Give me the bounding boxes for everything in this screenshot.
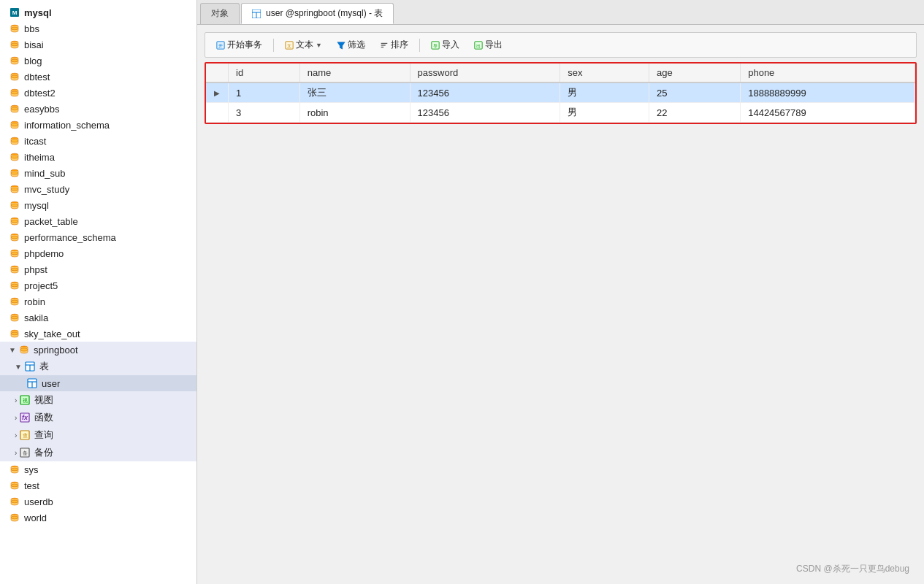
cell-id[interactable]: 3	[229, 103, 300, 123]
svg-point-15	[11, 123, 18, 126]
sidebar-item-test[interactable]: test	[0, 477, 196, 493]
table-group-icon	[24, 361, 36, 372]
sidebar-item-project5[interactable]: project5	[0, 277, 196, 293]
db-label: userdb	[24, 496, 53, 507]
col-header-password[interactable]: password	[410, 64, 560, 82]
sidebar-item-sys[interactable]: sys	[0, 461, 196, 477]
springboot-label: springboot	[34, 345, 78, 356]
sidebar-item-world[interactable]: world	[0, 510, 196, 526]
db-icon-springboot	[18, 344, 30, 356]
cell-id[interactable]: 1	[229, 82, 300, 103]
sidebar-item-sakila[interactable]: sakila	[0, 310, 196, 326]
col-header-phone[interactable]: phone	[741, 64, 915, 82]
svg-point-25	[11, 204, 18, 207]
expand-arrow-functions: ›	[15, 414, 17, 422]
col-header-id[interactable]: id	[229, 64, 300, 82]
cell-phone[interactable]: 14424567789	[741, 103, 915, 123]
cell-sex[interactable]: 男	[560, 82, 649, 103]
sort-btn[interactable]: 排序	[375, 36, 413, 53]
queries-group-label: 查询	[34, 429, 53, 442]
cell-phone[interactable]: 18888889999	[741, 82, 915, 103]
sidebar-item-userdb[interactable]: userdb	[0, 493, 196, 510]
cell-name[interactable]: 张三	[299, 82, 410, 103]
col-header-name[interactable]: name	[299, 64, 410, 82]
sidebar-item-mvc_study[interactable]: mvc_study	[0, 181, 196, 197]
sidebar-item-phpst[interactable]: phpst	[0, 261, 196, 277]
views-icon: 视	[19, 394, 31, 406]
filter-btn[interactable]: 筛选	[332, 36, 370, 53]
cell-age[interactable]: 25	[649, 82, 741, 103]
text-dropdown-arrow[interactable]: ▼	[316, 42, 322, 49]
sidebar-item-springboot[interactable]: ▼ springboot	[0, 342, 196, 358]
db-icon	[9, 496, 20, 507]
table-row[interactable]: 3robin123456男2214424567789	[206, 103, 915, 123]
db-icon	[9, 55, 20, 66]
sidebar-item-robin[interactable]: robin	[0, 293, 196, 310]
sidebar-item-information_schema[interactable]: information_schema	[0, 117, 196, 133]
db-icon	[9, 215, 20, 227]
db-icon	[9, 264, 20, 275]
db-label: mvc_study	[24, 184, 69, 195]
svg-text:M: M	[12, 9, 18, 16]
sidebar-item-tables-group[interactable]: ▼ 表	[0, 358, 196, 375]
db-label: dbtest2	[24, 88, 56, 99]
user-table-icon	[26, 377, 38, 389]
col-header-sex[interactable]: sex	[560, 64, 649, 82]
sidebar-item-itheima[interactable]: itheima	[0, 149, 196, 165]
import-btn[interactable]: 导 导入	[426, 36, 465, 53]
col-header-age[interactable]: age	[649, 64, 741, 82]
sidebar-item-dbtest2[interactable]: dbtest2	[0, 85, 196, 101]
cell-password[interactable]: 123456	[410, 82, 560, 103]
db-icon	[9, 464, 20, 475]
sidebar-item-itcast[interactable]: itcast	[0, 133, 196, 149]
tab-object[interactable]: 对象	[200, 3, 240, 24]
svg-text:文: 文	[287, 42, 291, 47]
start-transaction-btn[interactable]: 开 开始事务	[211, 36, 267, 53]
sidebar-item-phpdemo[interactable]: phpdemo	[0, 245, 196, 261]
cell-sex[interactable]: 男	[560, 103, 649, 123]
sidebar-item-easybbs[interactable]: easybbs	[0, 101, 196, 117]
cell-password[interactable]: 123456	[410, 103, 560, 123]
svg-point-19	[11, 155, 18, 158]
export-btn[interactable]: 出 导出	[469, 36, 508, 53]
sidebar-item-queries-group[interactable]: › 查 查询	[0, 426, 196, 444]
cell-age[interactable]: 22	[649, 103, 741, 123]
sidebar-item-blog[interactable]: blog	[0, 53, 196, 69]
db-icon	[9, 328, 20, 339]
sidebar-item-packet_table[interactable]: packet_table	[0, 213, 196, 229]
db-icon	[9, 199, 20, 211]
sidebar-item-dbtest[interactable]: dbtest	[0, 69, 196, 85]
functions-group-label: 函数	[34, 411, 53, 424]
db-label: itcast	[24, 136, 46, 147]
cell-name[interactable]: robin	[299, 103, 410, 123]
tab-bar: 对象 user @springboot (mysql) - 表	[197, 0, 924, 25]
filter-label: 筛选	[348, 39, 365, 51]
sidebar-item-backups-group[interactable]: › 备 备份	[0, 444, 196, 461]
sidebar-item-bisai[interactable]: bisai	[0, 36, 196, 53]
db-label: itheima	[24, 152, 55, 163]
data-table: idnamepasswordsexagephone ▶1张三123456男251…	[206, 64, 915, 123]
sidebar-item-views-group[interactable]: › 视 视图	[0, 391, 196, 409]
db-icon	[9, 231, 20, 243]
db-label: test	[24, 480, 39, 491]
sidebar-item-performance_schema[interactable]: performance_schema	[0, 229, 196, 245]
tab-user-table[interactable]: user @springboot (mysql) - 表	[241, 3, 394, 24]
text-btn[interactable]: 文 文本 ▼	[280, 36, 327, 53]
svg-marker-73	[337, 42, 345, 48]
sidebar-item-sky_take_out[interactable]: sky_take_out	[0, 326, 196, 342]
separator-1	[273, 39, 274, 52]
db-icon	[9, 480, 20, 491]
db-icon	[9, 39, 20, 50]
table-row[interactable]: ▶1张三123456男2518888889999	[206, 82, 915, 103]
sidebar-item-user-table[interactable]: user	[0, 375, 196, 391]
table-header: idnamepasswordsexagephone	[206, 64, 915, 82]
svg-point-9	[11, 75, 18, 78]
sidebar-item-functions-group[interactable]: › fx 函数	[0, 409, 196, 426]
sidebar-item-bbs[interactable]: bbs	[0, 20, 196, 36]
expand-arrow-springboot: ▼	[9, 346, 16, 354]
svg-point-41	[11, 332, 18, 335]
sidebar-item-mind_sub[interactable]: mind_sub	[0, 165, 196, 181]
sidebar-item-mysql-root[interactable]: M mysql	[0, 4, 196, 20]
sidebar-item-mysql[interactable]: mysql	[0, 197, 196, 213]
expand-arrow-views: ›	[15, 396, 17, 404]
